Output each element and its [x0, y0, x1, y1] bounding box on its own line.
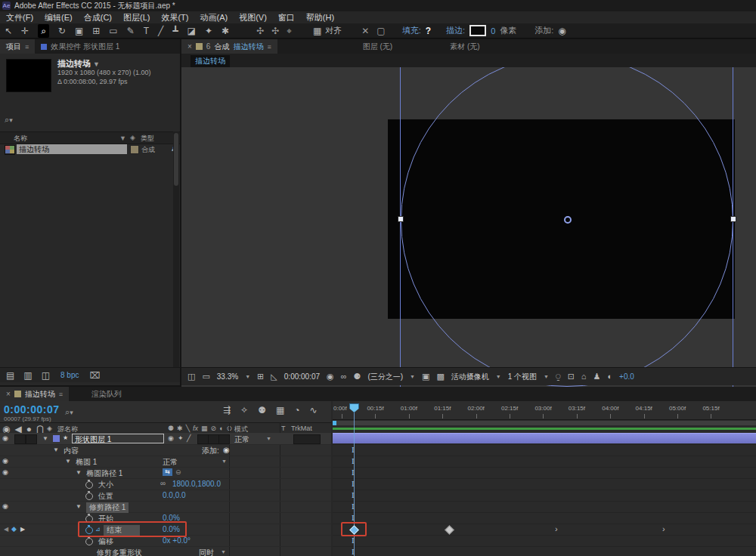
exposure-value[interactable]: +0.0 — [619, 372, 634, 381]
shape-tool[interactable]: ▭ — [109, 26, 117, 36]
menu-item[interactable]: 效果(T) — [161, 12, 188, 23]
graph-editor-icon[interactable]: ∿ — [309, 406, 317, 415]
clone-stamp-tool[interactable]: ┻ — [172, 26, 178, 36]
column-type[interactable]: 类型 — [141, 134, 154, 144]
group-row-ellipse[interactable]: ◉ ▼ 椭圆 1 正常 ▼ — [0, 456, 331, 468]
switch-cell[interactable] — [218, 434, 230, 444]
group-row-contents[interactable]: ▼ 内容 添加: ◉ — [0, 444, 331, 456]
tab-project[interactable]: 项目 ≡ — [0, 39, 35, 54]
trkmat-dropdown[interactable] — [293, 434, 321, 444]
project-row-name[interactable]: 描边转场 — [17, 144, 127, 154]
time-ruler[interactable]: 0:00f00:15f01:00f01:15f02:00f02:15f03:00… — [333, 401, 756, 420]
eraser-tool[interactable]: ◪ — [187, 26, 196, 36]
roto-brush-tool[interactable]: ✦ — [205, 26, 212, 36]
view-layout[interactable]: 1 个视图 — [508, 372, 537, 382]
twirl-icon[interactable]: ▼ — [53, 446, 59, 453]
rotation-tool[interactable]: ↻ — [58, 26, 66, 36]
chevron-down-icon[interactable]: ▼ — [245, 374, 250, 379]
trim-paths-name[interactable]: 修剪路径 1 — [86, 502, 129, 513]
ellipse-path-outline[interactable] — [401, 67, 733, 387]
menu-item[interactable]: 视图(V) — [239, 12, 267, 23]
anchor-point[interactable] — [564, 216, 572, 224]
share-view-icon[interactable]: ⍜ — [556, 372, 561, 381]
bezier-path-icon[interactable]: ✕ — [361, 26, 369, 36]
comp-navigator-breadcrumb[interactable]: 描边转场 — [191, 55, 230, 67]
close-icon[interactable]: × — [6, 390, 11, 398]
project-scrollbar[interactable] — [173, 131, 179, 372]
eye-icon[interactable]: ◉ — [2, 468, 8, 476]
tab-composition[interactable]: × 6 合成 描边转场 ≡ — [181, 39, 277, 54]
keyframe-icon[interactable] — [445, 525, 454, 535]
add-button-icon[interactable]: ◉ — [223, 446, 230, 454]
lock-views-icon[interactable]: ⊡ — [568, 372, 575, 381]
stroke-label[interactable]: 描边: — [446, 25, 465, 36]
show-snapshot-icon[interactable]: ∞ — [341, 372, 347, 381]
fast-preview-icon[interactable]: ♟ — [593, 372, 601, 381]
keyframe-half-icon[interactable]: › — [662, 525, 665, 533]
twirl-icon[interactable]: ▼ — [76, 503, 82, 510]
frame-blend-icon[interactable]: ▦ — [276, 406, 284, 415]
tab-render-queue[interactable]: 渲染队列 — [85, 387, 128, 401]
path-invert-icon[interactable]: ⊖ — [175, 468, 181, 476]
property-row-trim-multiple[interactable]: 修剪多重形状 同时 ▼ — [0, 546, 331, 556]
selection-tool[interactable]: ↖ — [5, 26, 12, 36]
size-value[interactable]: 1800.0,1800.0 — [172, 480, 221, 488]
panel-menu-icon[interactable]: ≡ — [59, 391, 63, 398]
layer-name[interactable]: 形状图层 1 — [72, 434, 164, 443]
stroke-width-value[interactable]: 0 — [491, 26, 495, 36]
chevron-down-icon[interactable]: ▼ — [544, 374, 549, 379]
puppet-pin-tool[interactable]: ✱ — [222, 26, 229, 36]
interpret-footage-icon[interactable]: ▤ — [6, 371, 14, 380]
tab-effect-controls[interactable]: 效果控件 形状图层 1 — [35, 39, 125, 54]
chevron-down-icon[interactable]: ▼ — [221, 549, 226, 554]
pen-tool[interactable]: ✎ — [127, 26, 135, 36]
eye-icon[interactable]: ◉ — [2, 457, 8, 465]
pixel-aspect-icon[interactable]: ⌂ — [581, 372, 587, 381]
chevron-down-icon[interactable]: ▼ — [222, 459, 227, 464]
stopwatch-icon[interactable] — [85, 493, 93, 500]
tab-timeline-comp[interactable]: × 描边转场 ≡ — [0, 387, 69, 401]
property-row-size[interactable]: 大小 ∞ 1800.0,1800.0 — [0, 478, 331, 490]
layer-color-swatch[interactable] — [53, 435, 60, 442]
hand-tool[interactable]: ✛ — [21, 26, 29, 36]
panel-menu-icon[interactable]: ≡ — [25, 43, 29, 51]
layer-duration-bar[interactable] — [333, 433, 756, 443]
shy-layers-icon[interactable]: ⚉ — [258, 406, 266, 415]
fill-value[interactable]: ? — [426, 26, 431, 36]
group-row-ellipse-path[interactable]: ◉ ▼ 椭圆路径 1 ⇆ ⊖ — [0, 467, 331, 479]
left-handle[interactable] — [398, 216, 404, 222]
property-row-position[interactable]: 位置 0.0,0.0 — [0, 490, 331, 502]
project-settings-icon[interactable]: ◫ — [42, 371, 50, 380]
quality-icon[interactable]: ◉ — [168, 434, 174, 442]
camera-tool[interactable]: ▣ — [75, 26, 83, 36]
keyframe-half-icon[interactable]: › — [555, 525, 558, 533]
trim-multiple-dropdown[interactable]: 同时 — [199, 548, 214, 556]
active-camera[interactable]: 活动摄像机 — [451, 372, 489, 382]
pan-behind-tool[interactable]: ⊞ — [92, 26, 100, 36]
solo-cell[interactable] — [14, 434, 26, 444]
composition-viewer[interactable] — [181, 67, 756, 406]
stopwatch-icon[interactable] — [85, 538, 93, 545]
type-tool[interactable]: T — [144, 26, 149, 36]
trash-icon[interactable]: ⌧ — [90, 371, 101, 380]
panel-menu-icon[interactable]: ≡ — [267, 43, 271, 51]
offset-value[interactable]: 0x +0.0° — [163, 536, 191, 545]
zoom-tool[interactable]: ⌕ — [38, 24, 49, 38]
motion-blur-icon[interactable]: ◔ — [294, 406, 299, 415]
prev-keyframe-icon[interactable]: ◀ — [4, 526, 8, 533]
brush-tool[interactable]: ╱ — [158, 26, 163, 36]
column-name[interactable]: 名称 — [14, 134, 27, 144]
stroke-color-swatch[interactable] — [469, 25, 486, 36]
sort-arrow-icon[interactable]: ▼ — [119, 134, 126, 142]
zoom-level[interactable]: 33.3% — [217, 372, 238, 381]
menu-item[interactable]: 编辑(E) — [45, 12, 73, 23]
mini-flowchart-icon[interactable]: ⇶ — [223, 406, 231, 415]
draft-3d-icon[interactable]: ✧ — [240, 406, 248, 415]
resolution-monitor-icon[interactable]: ▭ — [202, 372, 209, 381]
transparency-grid-icon[interactable]: ▩ — [436, 372, 444, 381]
chevron-down-icon[interactable]: ▼ — [410, 374, 415, 379]
path-direction-icon[interactable]: ⇆ — [163, 468, 172, 476]
constrain-link-icon[interactable]: ∞ — [160, 479, 166, 487]
bounding-box-icon[interactable]: ▢ — [376, 26, 385, 36]
menu-item[interactable]: 窗口 — [278, 12, 295, 23]
